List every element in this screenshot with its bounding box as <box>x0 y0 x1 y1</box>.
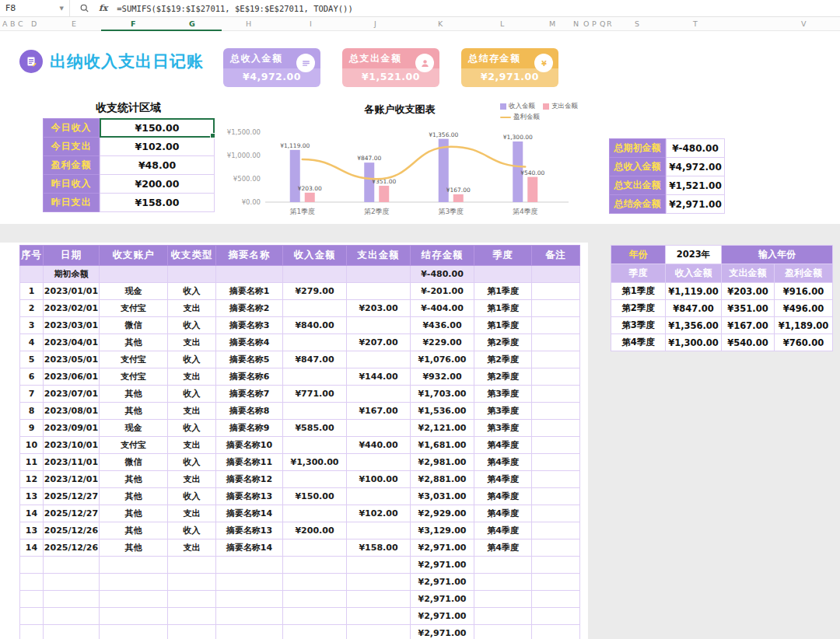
table-cell[interactable] <box>532 283 580 300</box>
table-header-cell[interactable]: 结存金额 <box>411 246 474 266</box>
table-cell[interactable]: 支出 <box>168 368 216 386</box>
table-cell[interactable]: 2023/02/01 <box>44 300 100 317</box>
table-cell[interactable]: 第2季度 <box>474 368 532 386</box>
table-cell[interactable]: 支付宝 <box>100 368 168 386</box>
table-cell[interactable]: ¥2,121.00 <box>411 420 474 437</box>
stat-label[interactable]: 盈利金额 <box>43 155 100 175</box>
table-cell[interactable] <box>216 574 283 591</box>
table-cell[interactable]: ¥1,703.00 <box>411 386 474 403</box>
table-cell[interactable]: 其他 <box>100 488 168 505</box>
table-cell[interactable] <box>474 266 532 283</box>
name-box[interactable]: F8 ▼ <box>0 0 70 16</box>
table-cell[interactable]: 摘要名称14 <box>216 539 283 557</box>
table-cell[interactable]: 支出 <box>168 334 216 351</box>
table-cell[interactable] <box>532 368 580 386</box>
table-cell[interactable] <box>347 386 411 403</box>
table-cell[interactable] <box>532 386 580 403</box>
table-cell[interactable]: 摘要名称13 <box>216 488 283 505</box>
table-cell[interactable] <box>168 557 216 574</box>
table-cell[interactable]: 2023/01/01 <box>44 283 100 300</box>
table-cell[interactable] <box>283 591 347 608</box>
table-cell[interactable]: 其他 <box>100 539 168 557</box>
quarter-cell[interactable]: ¥1,189.00 <box>775 317 833 334</box>
table-cell[interactable]: 摘要名称8 <box>216 403 283 420</box>
table-header-cell[interactable]: 日期 <box>44 246 100 266</box>
total-label[interactable]: 总结余金额 <box>609 194 666 214</box>
stat-value[interactable]: ¥48.00 <box>100 155 215 175</box>
table-cell[interactable]: 微信 <box>100 454 168 471</box>
table-cell[interactable] <box>532 334 580 351</box>
table-cell[interactable] <box>216 608 283 625</box>
quarter-cell[interactable]: ¥167.00 <box>722 317 775 334</box>
table-cell[interactable] <box>532 454 580 471</box>
stat-label[interactable]: 今日收入 <box>43 118 100 138</box>
table-cell[interactable]: 摘要名称14 <box>216 505 283 522</box>
column-header-O[interactable]: O <box>583 19 589 28</box>
table-cell[interactable] <box>347 574 411 591</box>
table-cell[interactable]: 第4季度 <box>474 539 532 557</box>
table-cell[interactable]: 支出 <box>168 539 216 557</box>
table-cell[interactable]: 摘要名称4 <box>216 334 283 351</box>
table-cell[interactable]: 第4季度 <box>474 437 532 454</box>
table-cell[interactable]: 其他 <box>100 505 168 522</box>
table-cell[interactable] <box>347 420 411 437</box>
table-cell[interactable] <box>283 505 347 522</box>
column-header-D[interactable]: D <box>31 19 37 28</box>
stat-value[interactable]: ¥200.00 <box>100 174 215 194</box>
table-cell[interactable]: 支出 <box>168 505 216 522</box>
table-cell[interactable]: ¥279.00 <box>283 283 347 300</box>
table-cell[interactable]: 其他 <box>100 522 168 539</box>
table-cell[interactable]: ¥-201.00 <box>411 283 474 300</box>
table-cell[interactable]: ¥1,681.00 <box>411 437 474 454</box>
stat-value[interactable]: ¥102.00 <box>100 137 215 156</box>
quarter-cell[interactable]: 第4季度 <box>611 334 666 351</box>
table-header-cell[interactable]: 摘要名称 <box>216 246 283 266</box>
table-cell[interactable] <box>474 608 532 625</box>
table-cell[interactable]: ¥2,971.00 <box>411 574 474 591</box>
table-cell[interactable]: 支出 <box>168 437 216 454</box>
quarter-cell[interactable]: ¥203.00 <box>722 283 775 300</box>
table-cell[interactable]: 其他 <box>100 471 168 488</box>
table-cell[interactable]: 其他 <box>100 403 168 420</box>
quarter-cell[interactable]: ¥847.00 <box>666 300 722 317</box>
table-cell[interactable]: 摘要名称3 <box>216 317 283 334</box>
column-header-F[interactable]: F <box>131 19 136 28</box>
quarter-cell[interactable]: ¥1,356.00 <box>666 317 722 334</box>
quarter-cell[interactable]: 第2季度 <box>611 300 666 317</box>
table-cell[interactable]: 第4季度 <box>474 505 532 522</box>
quarter-header-cell[interactable]: 季度 <box>611 264 666 283</box>
table-cell[interactable]: 2025/12/27 <box>44 488 100 505</box>
column-header-S[interactable]: S <box>635 19 639 28</box>
total-value[interactable]: ¥1,521.00 <box>666 176 725 195</box>
table-cell[interactable]: ¥840.00 <box>283 317 347 334</box>
formula-input[interactable]: =SUMIFS($I$19:$I$27011, $E$19:$E$27011, … <box>117 4 352 13</box>
table-cell[interactable] <box>532 437 580 454</box>
table-cell[interactable]: ¥203.00 <box>347 300 411 317</box>
table-cell[interactable]: ¥932.00 <box>411 368 474 386</box>
table-cell[interactable]: 14 <box>20 505 44 522</box>
table-cell[interactable]: 9 <box>20 420 44 437</box>
table-cell[interactable] <box>283 403 347 420</box>
table-cell[interactable] <box>532 403 580 420</box>
table-header-cell[interactable]: 备注 <box>532 246 580 266</box>
table-cell[interactable] <box>347 283 411 300</box>
table-cell[interactable]: ¥440.00 <box>347 437 411 454</box>
table-cell[interactable]: 5 <box>20 351 44 368</box>
table-cell[interactable]: ¥200.00 <box>283 522 347 539</box>
table-cell[interactable]: ¥1,536.00 <box>411 403 474 420</box>
table-cell[interactable]: 摘要名称5 <box>216 351 283 368</box>
table-cell[interactable] <box>44 591 100 608</box>
table-cell[interactable]: 摘要名称7 <box>216 386 283 403</box>
table-cell[interactable] <box>532 522 580 539</box>
table-cell[interactable]: 第3季度 <box>474 403 532 420</box>
table-cell[interactable]: 第2季度 <box>474 334 532 351</box>
table-cell[interactable]: 8 <box>20 403 44 420</box>
table-header-cell[interactable]: 收支账户 <box>100 246 168 266</box>
table-cell[interactable]: 支出 <box>168 403 216 420</box>
table-cell[interactable] <box>283 300 347 317</box>
table-cell[interactable]: 支出 <box>168 471 216 488</box>
column-header-C[interactable]: C <box>18 19 23 28</box>
table-cell[interactable]: ¥229.00 <box>411 334 474 351</box>
table-cell[interactable]: ¥2,971.00 <box>411 557 474 574</box>
table-cell[interactable] <box>216 266 283 283</box>
